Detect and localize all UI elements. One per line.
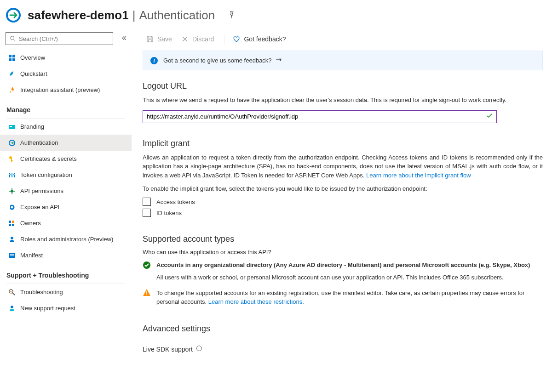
live-sdk-label: Live SDK support (143, 346, 193, 353)
svg-point-17 (9, 173, 11, 175)
sidebar-item-integration[interactable]: Integration assistant (preview) (0, 82, 132, 98)
info-icon: i (150, 57, 158, 64)
sidebar-item-label: Troubleshooting (20, 289, 63, 295)
main-content: Save Discard Got feedback? i Got a secon… (132, 32, 552, 371)
collapse-sidebar-icon[interactable] (121, 35, 127, 42)
sidebar-item-roles[interactable]: Roles and administrators (Preview) (0, 231, 132, 247)
overview-icon (8, 54, 16, 62)
sidebar-item-label: API permissions (20, 187, 63, 194)
discard-icon (181, 35, 189, 43)
supported-types-heading: Supported account types (143, 234, 543, 244)
sidebar-item-branding[interactable]: Branding (0, 119, 132, 135)
manifest-icon (8, 252, 16, 259)
svg-rect-43 (146, 294, 147, 295)
sidebar-heading-support: Support + Troubleshooting (0, 263, 132, 283)
sidebar-item-overview[interactable]: Overview (0, 50, 132, 66)
auth-icon (8, 139, 16, 147)
arrow-right-icon (276, 57, 282, 64)
sidebar-item-label: Owners (20, 220, 41, 227)
checkbox-label: ID tokens (156, 210, 182, 216)
access-tokens-checkbox[interactable]: Access tokens (143, 198, 543, 206)
logout-url-input[interactable] (143, 110, 497, 123)
search-input[interactable] (6, 32, 113, 45)
save-button[interactable]: Save (143, 34, 176, 45)
svg-rect-13 (11, 160, 13, 161)
sidebar-item-owners[interactable]: Owners (0, 215, 132, 231)
svg-point-18 (12, 175, 13, 176)
sidebar-item-expose-api[interactable]: Expose an API (0, 199, 132, 215)
feedback-banner[interactable]: i Got a second to give us some feedback? (143, 51, 543, 70)
implicit-learn-more-link[interactable]: Learn more about the implicit grant flow (366, 172, 471, 179)
logout-url-field[interactable] (147, 113, 486, 120)
expose-api-icon (8, 204, 16, 211)
sidebar-item-support-request[interactable]: New support request (0, 300, 132, 316)
sidebar-item-label: New support request (20, 305, 75, 312)
sidebar-item-certificates[interactable]: Certificates & secrets (0, 151, 132, 167)
banner-text: Got a second to give us some feedback? (163, 57, 272, 64)
sidebar-item-label: Authentication (20, 139, 58, 146)
save-icon (146, 35, 154, 43)
troubleshoot-icon (8, 289, 16, 296)
feedback-label: Got feedback? (244, 35, 286, 43)
live-sdk-row: Live SDK support i (143, 346, 543, 353)
svg-line-2 (14, 40, 16, 41)
option-title: Accounts in any organizational directory… (156, 261, 530, 269)
sidebar-item-label: Certificates & secrets (20, 155, 77, 162)
token-config-icon (8, 171, 16, 179)
svg-rect-3 (9, 55, 12, 57)
svg-rect-26 (9, 221, 11, 223)
rocket-icon (8, 86, 16, 94)
app-name: safewhere-demo1 (28, 8, 129, 23)
toolbar: Save Discard Got feedback? (143, 32, 543, 51)
svg-point-37 (11, 306, 13, 308)
logout-url-desc: This is where we send a request to have … (143, 96, 543, 105)
sidebar-item-label: Expose an API (20, 204, 59, 210)
checkbox-icon (143, 198, 151, 206)
search-field[interactable] (19, 35, 109, 42)
heart-icon (233, 35, 240, 43)
sidebar-item-label: Manifest (20, 252, 43, 259)
sidebar-item-manifest[interactable]: Manifest (0, 247, 132, 263)
advanced-heading: Advanced settings (143, 324, 543, 334)
discard-button[interactable]: Discard (178, 34, 218, 45)
owners-icon (8, 220, 16, 227)
svg-rect-42 (146, 291, 147, 294)
info-help-icon[interactable]: i (196, 346, 202, 351)
sidebar-item-troubleshooting[interactable]: Troubleshooting (0, 284, 132, 300)
svg-point-25 (11, 206, 13, 208)
logout-url-heading: Logout URL (143, 81, 543, 91)
implicit-grant-desc: Allows an application to request a token… (143, 153, 543, 180)
svg-rect-28 (12, 221, 14, 223)
support-icon (8, 305, 16, 312)
page-header: safewhere-demo1 | Authentication (0, 0, 552, 32)
svg-rect-4 (12, 55, 15, 57)
checkbox-icon (143, 209, 151, 217)
checkbox-label: Access tokens (156, 199, 195, 205)
option-desc: All users with a work or school, or pers… (156, 273, 530, 282)
svg-rect-29 (12, 224, 14, 226)
feedback-button[interactable]: Got feedback? (229, 34, 289, 45)
sidebar-item-label: Integration assistant (preview) (20, 86, 100, 93)
svg-point-36 (11, 290, 12, 292)
svg-rect-33 (10, 256, 14, 256)
svg-point-30 (11, 237, 13, 239)
svg-rect-5 (9, 58, 12, 61)
id-tokens-checkbox[interactable]: ID tokens (143, 209, 543, 217)
key-icon (8, 155, 16, 163)
restrictions-link[interactable]: Learn more about these restrictions. (208, 298, 304, 305)
supported-option-selected[interactable]: Accounts in any organizational directory… (143, 261, 543, 282)
implicit-grant-heading: Implicit grant (143, 139, 543, 148)
sidebar-item-authentication[interactable]: Authentication (0, 135, 132, 151)
implicit-desc-text: Allows an application to request a token… (143, 154, 543, 179)
sidebar-item-api-permissions[interactable]: API permissions (0, 183, 132, 199)
sidebar-item-quickstart[interactable]: Quickstart (0, 66, 132, 82)
quickstart-icon (8, 70, 16, 78)
svg-line-35 (12, 293, 15, 295)
pin-icon[interactable] (228, 11, 235, 20)
check-circle-icon (143, 261, 151, 269)
sidebar: Overview Quickstart Integration assistan… (0, 32, 132, 371)
sidebar-item-token-config[interactable]: Token configuration (0, 167, 132, 183)
supported-warning: To change the supported accounts for an … (143, 289, 543, 307)
svg-rect-8 (9, 125, 15, 129)
save-label: Save (157, 35, 172, 43)
